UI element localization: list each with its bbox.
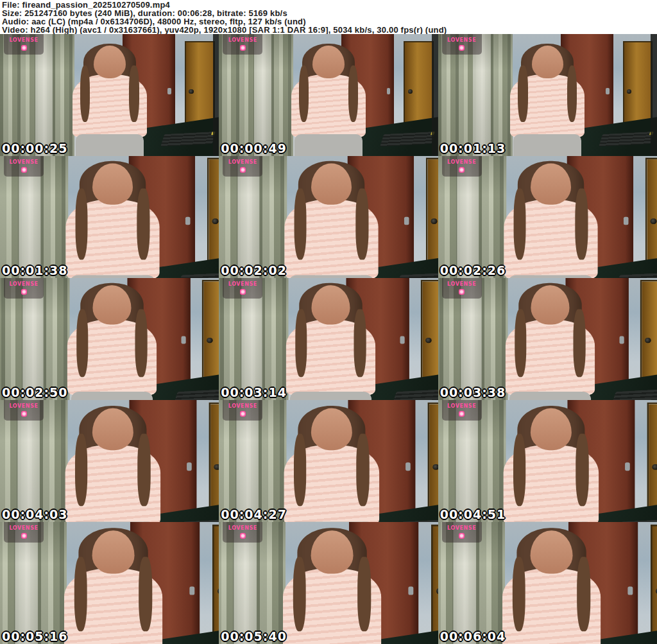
hair-strand	[356, 189, 368, 259]
lovense-watermark-text: LOVENSE	[228, 526, 257, 531]
hair-strand	[138, 434, 151, 506]
lovense-watermark-text: LOVENSE	[228, 160, 257, 165]
video-thumbnail: LOVENSE 00:01:13	[438, 34, 657, 156]
hair-strand	[80, 65, 90, 121]
lovense-logo-icon	[459, 289, 465, 295]
timestamp-overlay: 00:05:40	[221, 631, 287, 643]
lovense-watermark: LOVENSE	[223, 278, 262, 299]
thumbnail-grid: LOVENSE 00:00:25	[0, 34, 657, 644]
video-thumbnail: LOVENSE 00:05:40	[219, 522, 438, 644]
lovense-logo-icon	[21, 533, 27, 539]
video-thumbnail: LOVENSE 00:00:49	[219, 34, 438, 156]
person-head	[532, 46, 563, 78]
lovense-watermark-text: LOVENSE	[9, 38, 38, 43]
lovense-watermark: LOVENSE	[223, 400, 262, 421]
lovense-watermark: LOVENSE	[4, 400, 44, 421]
timestamp-overlay: 00:00:49	[221, 143, 287, 155]
hair-strand	[358, 557, 371, 631]
lovense-watermark-text: LOVENSE	[9, 526, 38, 531]
video-thumbnail: LOVENSE 00:05:16	[0, 522, 219, 644]
lovense-watermark: LOVENSE	[442, 34, 482, 55]
person-head	[94, 46, 125, 78]
lovense-watermark: LOVENSE	[442, 400, 482, 421]
hair-strand	[574, 309, 585, 377]
person-head	[530, 530, 572, 574]
hair-strand	[577, 557, 590, 631]
timestamp-overlay: 00:04:51	[440, 509, 506, 521]
timestamp-overlay: 00:01:13	[440, 143, 506, 155]
hair-strand	[518, 65, 527, 121]
hair-strand	[135, 309, 147, 377]
lovense-logo-icon	[459, 167, 465, 173]
lovense-logo-icon	[240, 167, 246, 173]
hair-strand	[294, 434, 307, 506]
timestamp-overlay: 00:01:38	[2, 265, 68, 277]
lovense-watermark-text: LOVENSE	[9, 404, 38, 409]
lovense-watermark: LOVENSE	[4, 278, 44, 299]
video-thumbnail: LOVENSE 00:06:04	[438, 522, 657, 644]
timestamp-overlay: 00:02:02	[221, 265, 287, 277]
video-thumbnail: LOVENSE 00:02:26	[438, 156, 657, 278]
hair-strand	[576, 434, 588, 506]
hair-strand	[514, 309, 525, 377]
hair-strand	[354, 309, 366, 377]
lovense-watermark-text: LOVENSE	[447, 404, 476, 409]
video-thumbnail: LOVENSE 00:02:02	[219, 156, 438, 278]
lovense-watermark-text: LOVENSE	[447, 160, 476, 165]
hair-strand	[513, 434, 525, 506]
hair-strand	[299, 65, 309, 121]
person-head	[311, 164, 351, 205]
person-head	[531, 408, 571, 451]
timestamp-overlay: 00:04:03	[2, 509, 68, 521]
video-thumbnail: LOVENSE 00:02:50	[0, 278, 219, 400]
hair-strand	[512, 557, 525, 631]
lovense-logo-icon	[459, 533, 465, 539]
lovense-watermark-text: LOVENSE	[228, 38, 257, 43]
person-skirt	[513, 134, 581, 156]
video-info-line: Video: h264 (High) (avc1 / 0x31637661), …	[2, 26, 657, 34]
video-thumbnail: LOVENSE 00:03:38	[438, 278, 657, 400]
video-thumbnail: LOVENSE 00:01:38	[0, 156, 219, 278]
lovense-logo-icon	[21, 289, 27, 295]
timestamp-overlay: 00:06:04	[440, 631, 506, 643]
person-head	[312, 46, 344, 78]
lovense-logo-icon	[21, 167, 27, 173]
lovense-watermark-text: LOVENSE	[447, 38, 476, 43]
video-thumbnail: LOVENSE 00:04:51	[438, 400, 657, 522]
lovense-watermark: LOVENSE	[223, 34, 262, 55]
video-thumbnail: LOVENSE 00:03:14	[219, 278, 438, 400]
person-head	[92, 530, 134, 574]
timestamp-overlay: 00:00:25	[2, 143, 68, 155]
person-head	[311, 530, 353, 574]
lovense-watermark-text: LOVENSE	[447, 282, 476, 287]
hair-strand	[76, 309, 88, 377]
hair-strand	[139, 557, 152, 631]
video-thumbnail: LOVENSE 00:00:25	[0, 34, 219, 156]
lovense-watermark: LOVENSE	[442, 522, 482, 543]
lovense-watermark-text: LOVENSE	[9, 282, 38, 287]
hair-strand	[129, 65, 139, 121]
video-thumbnail: LOVENSE 00:04:03	[0, 400, 219, 522]
lovense-watermark: LOVENSE	[223, 522, 262, 543]
person-head	[531, 285, 568, 325]
lovense-watermark: LOVENSE	[4, 34, 44, 55]
hair-strand	[75, 189, 87, 259]
timestamp-overlay: 00:03:14	[221, 387, 287, 399]
video-thumbnail: LOVENSE 00:04:27	[219, 400, 438, 522]
person-head	[93, 285, 131, 325]
person-skirt	[294, 134, 363, 156]
lovense-watermark: LOVENSE	[4, 522, 44, 543]
lovense-logo-icon	[240, 533, 246, 539]
hair-strand	[357, 434, 370, 506]
lovense-logo-icon	[240, 289, 246, 295]
hair-strand	[74, 434, 87, 506]
lovense-watermark-text: LOVENSE	[228, 404, 257, 409]
lovense-logo-icon	[459, 411, 465, 417]
lovense-logo-icon	[21, 45, 27, 51]
hair-strand	[295, 309, 307, 377]
person-head	[92, 408, 133, 451]
hair-strand	[74, 557, 87, 631]
timestamp-overlay: 00:02:50	[2, 387, 68, 399]
lovense-logo-icon	[21, 411, 27, 417]
lovense-watermark: LOVENSE	[442, 278, 482, 299]
